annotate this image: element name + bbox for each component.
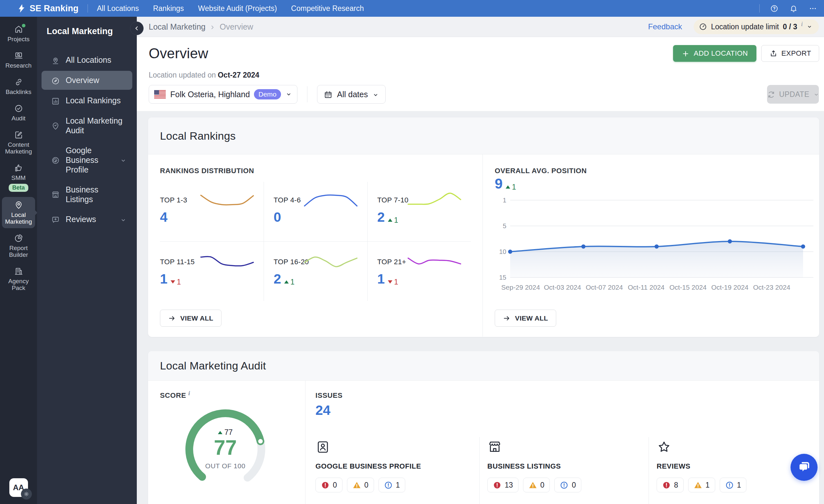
user-avatar-container: AA [9, 478, 28, 497]
rail-item-audit[interactable]: Audit [2, 100, 35, 125]
rail-item-content-marketing[interactable]: Content Marketing [2, 127, 35, 158]
avg-position-chart: 151015Sep-29 2024Oct-03 2024Oct-07 2024O… [495, 192, 817, 298]
brand-name: SE Ranking [30, 4, 79, 13]
top-nav-item-competitive-research[interactable]: Competitive Research [291, 4, 364, 13]
ranking-count: 1 [160, 271, 167, 287]
notices-count: 1 [396, 481, 400, 490]
ranking-delta: 1 [388, 278, 398, 286]
arrow-right-icon [503, 314, 511, 322]
score-value: 77 [177, 436, 274, 460]
ranking-value-row: 11 [160, 271, 181, 287]
audit-issues-panel: ISSUES 24 GOOGLE BUSINESS PROFILE001BUSI… [305, 381, 819, 504]
issue-badges: 001 [315, 478, 479, 492]
chevron-down-icon [373, 90, 379, 99]
ranking-count: 2 [377, 209, 385, 225]
errors-badge[interactable]: 8 [657, 478, 684, 492]
update-label: UPDATE [779, 90, 810, 99]
limit-value: 0 / 3 [783, 22, 797, 31]
breadcrumb-parent[interactable]: Local Marketing [149, 22, 205, 31]
ranking-delta: 1 [284, 278, 295, 286]
settings-gear-icon[interactable] [21, 489, 32, 500]
top-navigation-bar: SE Ranking All LocationsRankingsWebsite … [0, 0, 824, 17]
sidebar-item-local-marketing-audit[interactable]: Local Marketing Audit [41, 111, 132, 140]
rail-item-local-marketing[interactable]: Local Marketing [2, 197, 35, 228]
ranking-value-row: 4 [160, 209, 167, 225]
sidebar-item-local-rankings[interactable]: Local Rankings [41, 91, 132, 110]
notices-badge[interactable]: 1 [720, 478, 747, 492]
location-selector[interactable]: Folk Osteria, Highland Dr., Holl... Demo [149, 85, 297, 104]
sidebar-item-google-business-profile[interactable]: Google Business Profile [41, 141, 132, 179]
top-nav-item-all-locations[interactable]: All Locations [97, 4, 139, 13]
chat-widget-button[interactable] [791, 454, 818, 481]
date-range-selector[interactable]: All dates [317, 85, 386, 104]
svg-text:Oct-23 2024: Oct-23 2024 [753, 284, 791, 291]
feedback-link[interactable]: Feedback [648, 22, 682, 31]
sidebar-title: Local Marketing [37, 17, 137, 36]
brand[interactable]: SE Ranking [0, 4, 79, 13]
sidebar-item-overview[interactable]: Overview [41, 71, 132, 90]
score-title: SCORE i [160, 391, 190, 400]
help-icon[interactable] [768, 3, 780, 14]
issue-group-name: GOOGLE BUSINESS PROFILE [315, 462, 479, 471]
card-header: Local Rankings [148, 117, 819, 155]
rail-item-backlinks[interactable]: Backlinks [2, 74, 35, 98]
error-icon [321, 481, 330, 490]
sidebar-item-all-locations[interactable]: All Locations [41, 51, 132, 70]
warnings-badge[interactable]: 0 [347, 478, 374, 492]
rail-item-agency-pack[interactable]: Agency Pack [2, 263, 35, 295]
warnings-badge[interactable]: 0 [523, 478, 550, 492]
add-location-button[interactable]: ADD LOCATION [673, 45, 756, 62]
rail-item-report-builder[interactable]: Report Builder [2, 230, 35, 261]
sidebar-collapse-button[interactable] [130, 21, 143, 35]
export-label: EXPORT [782, 49, 811, 58]
se-ranking-logo-icon [17, 4, 26, 13]
rail-item-research[interactable]: Research [2, 47, 35, 72]
store-icon [487, 440, 648, 455]
notices-badge[interactable]: 1 [379, 478, 406, 492]
errors-badge[interactable]: 13 [487, 478, 519, 492]
update-button[interactable]: UPDATE [767, 85, 819, 104]
calendar-icon [324, 90, 332, 99]
star-icon [657, 440, 819, 455]
rail-item-label: Content Marketing [3, 141, 34, 155]
errors-badge[interactable]: 0 [315, 478, 342, 492]
svg-text:5: 5 [503, 222, 506, 229]
filter-row: Folk Osteria, Highland Dr., Holl... Demo… [149, 85, 386, 104]
breadcrumb: Local Marketing Overview [137, 22, 253, 31]
rail-item-label: Research [5, 62, 31, 69]
notice-icon [560, 481, 569, 490]
chevron-down-icon [120, 155, 126, 165]
section-title: Local Marketing Audit [148, 360, 266, 372]
audit-score-panel: SCORE i 77 77 OUT OF 100 HEALTHY [148, 381, 305, 504]
rail-item-label: SMM [11, 175, 25, 181]
view-all-positions-button[interactable]: VIEW ALL [495, 310, 556, 327]
view-all-rankings-button[interactable]: VIEW ALL [160, 310, 221, 327]
rail-item-projects[interactable]: Projects [2, 21, 35, 46]
location-update-limit-pill[interactable]: Location update limit 0 / 3 i [694, 19, 819, 34]
sidebar-item-business-listings[interactable]: Business Listings [41, 180, 132, 209]
issue-group-name: BUSINESS LISTINGS [487, 462, 648, 471]
top-nav-item-website-audit-projects-[interactable]: Website Audit (Projects) [198, 4, 277, 13]
notices-badge[interactable]: 0 [554, 478, 581, 492]
rail-item-smm[interactable]: SMMBeta [2, 160, 35, 195]
issues-count: 24 [315, 403, 330, 418]
rail-item-label: Report Builder [3, 244, 34, 258]
warnings-badge[interactable]: 1 [688, 478, 715, 492]
top-nav-item-rankings[interactable]: Rankings [153, 4, 184, 13]
more-menu-icon[interactable] [807, 3, 818, 14]
rail-item-label: Local Marketing [3, 211, 34, 225]
breadcrumb-separator-icon [209, 22, 216, 31]
svg-text:Oct-15 2024: Oct-15 2024 [670, 284, 707, 291]
export-icon [769, 49, 778, 58]
chevron-down-icon [807, 24, 812, 30]
export-button[interactable]: EXPORT [761, 45, 819, 62]
sidebar-item-reviews[interactable]: Reviews [41, 210, 132, 229]
ranking-cell-top-16-20: TOP 16-2021 [264, 241, 367, 301]
dashboard-canvas: Local Rankings RANKINGS DISTRIBUTION TOP… [137, 111, 824, 504]
ranking-count: 2 [274, 271, 281, 287]
page-title: Overview [149, 45, 208, 62]
score-out-of: OUT OF 100 [177, 462, 274, 470]
content-icon [14, 130, 23, 139]
notifications-bell-icon[interactable] [788, 3, 799, 14]
agency-icon [14, 267, 23, 276]
